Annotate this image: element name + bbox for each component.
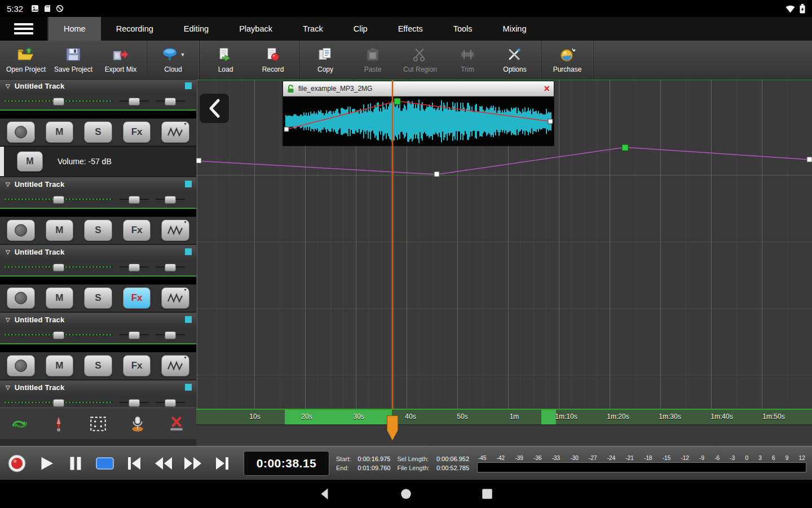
solo-button[interactable]: S: [84, 220, 112, 241]
solo-button[interactable]: S: [84, 355, 112, 376]
fx-button[interactable]: Fx: [123, 220, 151, 241]
paste-button[interactable]: Paste: [349, 42, 396, 77]
disclosure-triangle-icon[interactable]: ▽: [6, 317, 10, 323]
track-header[interactable]: ▽Untitled Track: [0, 313, 196, 326]
record-arm-button[interactable]: [7, 121, 35, 143]
send-slider[interactable]: [156, 97, 185, 105]
track-color-swatch[interactable]: [185, 181, 192, 187]
track-header[interactable]: ▽Untitled Track: [0, 177, 196, 191]
pan-slider[interactable]: [120, 331, 149, 339]
export-mix-button[interactable]: Export Mix: [97, 42, 144, 77]
mute-button[interactable]: M: [46, 121, 74, 143]
track-color-swatch[interactable]: [185, 248, 192, 255]
timeline-ruler[interactable]: 10s20s30s40s50s1m1m:10s1m:20s1m:30s1m:40…: [196, 409, 812, 425]
clip-waveform-area[interactable]: [283, 97, 554, 146]
record-arm-button[interactable]: [7, 220, 35, 241]
record-button[interactable]: [2, 448, 32, 479]
disclosure-triangle-icon[interactable]: ▽: [6, 384, 10, 391]
cloud-button[interactable]: ▼Cloud: [149, 42, 197, 77]
volume-slider[interactable]: [5, 398, 113, 406]
fx-button[interactable]: Fx: [123, 121, 151, 143]
stop-button[interactable]: [90, 448, 120, 479]
marker-tool-icon[interactable]: [43, 411, 74, 436]
solo-button[interactable]: S: [84, 287, 112, 309]
mute-button[interactable]: M: [46, 287, 74, 309]
track-header[interactable]: ▽Untitled Track: [0, 380, 196, 394]
options-button[interactable]: Options: [491, 42, 539, 77]
fast-forward-button[interactable]: [178, 448, 208, 479]
play-button[interactable]: [32, 448, 61, 479]
send-slider[interactable]: [156, 263, 185, 271]
disclosure-triangle-icon[interactable]: ▽: [6, 181, 10, 187]
save-project-button[interactable]: Save Project: [50, 42, 97, 77]
pan-slider[interactable]: [120, 263, 149, 271]
skip-end-button[interactable]: [208, 448, 237, 479]
volume-mute-button[interactable]: M: [17, 151, 43, 172]
clip-close-icon[interactable]: ×: [544, 84, 550, 94]
track-color-swatch[interactable]: [185, 384, 192, 391]
send-slider[interactable]: [156, 195, 185, 203]
send-slider[interactable]: [156, 331, 185, 339]
solo-button[interactable]: S: [84, 121, 112, 143]
tab-home[interactable]: Home: [48, 17, 101, 41]
delete-tool-icon[interactable]: [161, 411, 192, 436]
automation-handle[interactable]: [196, 158, 201, 163]
volume-slider[interactable]: [5, 195, 113, 203]
automation-display-button[interactable]: ▼: [161, 121, 189, 143]
automation-handle-selected[interactable]: [622, 144, 628, 151]
timeline-area[interactable]: file_example_MP3_2MG ×: [196, 79, 812, 447]
disclosure-triangle-icon[interactable]: ▽: [6, 83, 10, 89]
pan-slider[interactable]: [120, 195, 149, 203]
tab-recording[interactable]: Recording: [101, 17, 169, 41]
pan-slider[interactable]: [120, 398, 149, 406]
nav-home-button[interactable]: [399, 487, 413, 501]
grid-tool-icon[interactable]: [82, 411, 114, 436]
automation-display-button[interactable]: ▼: [161, 287, 189, 309]
clip-header[interactable]: file_example_MP3_2MG ×: [283, 81, 554, 97]
send-slider[interactable]: [156, 398, 185, 406]
nav-back-button[interactable]: [318, 487, 332, 501]
rewind-button[interactable]: [149, 448, 178, 479]
menu-button[interactable]: [0, 17, 48, 41]
record-arm-button[interactable]: [7, 355, 35, 376]
tab-clip[interactable]: Clip: [338, 17, 383, 41]
track-header[interactable]: ▽Untitled Track: [0, 245, 196, 259]
ruler-selection[interactable]: [541, 410, 556, 424]
pan-slider[interactable]: [120, 97, 149, 105]
record-arm-button[interactable]: [7, 287, 35, 309]
envelope-handle-selected[interactable]: [394, 98, 400, 104]
automation-display-button[interactable]: ▼: [161, 355, 189, 376]
record-button[interactable]: Record: [249, 42, 297, 77]
fx-button[interactable]: Fx: [123, 287, 151, 309]
envelope-handle[interactable]: [284, 127, 289, 132]
disclosure-triangle-icon[interactable]: ▽: [6, 249, 10, 255]
mute-button[interactable]: M: [46, 220, 74, 241]
open-project-button[interactable]: Open Project: [2, 42, 50, 77]
tab-mixing[interactable]: Mixing: [488, 17, 542, 41]
volume-slider[interactable]: [5, 263, 113, 271]
copy-button[interactable]: Copy: [302, 42, 349, 77]
track-color-swatch[interactable]: [185, 316, 192, 323]
collapse-panel-button[interactable]: [200, 94, 229, 123]
cut-region-button[interactable]: Cut Region: [396, 42, 444, 77]
envelope-handle[interactable]: [548, 119, 553, 124]
tab-track[interactable]: Track: [288, 17, 338, 41]
mute-button[interactable]: M: [46, 355, 74, 376]
automation-handle[interactable]: [807, 157, 812, 162]
tab-effects[interactable]: Effects: [383, 17, 438, 41]
fx-button[interactable]: Fx: [123, 355, 151, 376]
volume-slider[interactable]: [5, 97, 113, 105]
nav-recents-button[interactable]: [480, 487, 494, 501]
pause-button[interactable]: [61, 448, 90, 479]
track-color-swatch[interactable]: [185, 82, 192, 89]
skip-start-button[interactable]: [120, 448, 149, 479]
track-header[interactable]: ▽Untitled Track: [0, 79, 196, 93]
purchase-button[interactable]: Purchase: [544, 42, 591, 77]
volume-slider[interactable]: [5, 331, 113, 339]
audio-clip[interactable]: file_example_MP3_2MG ×: [283, 81, 554, 146]
trim-button[interactable]: Trim: [444, 42, 491, 77]
tab-tools[interactable]: Tools: [438, 17, 488, 41]
load-button[interactable]: Load: [202, 42, 249, 77]
tab-playback[interactable]: Playback: [224, 17, 288, 41]
tab-editing[interactable]: Editing: [169, 17, 224, 41]
